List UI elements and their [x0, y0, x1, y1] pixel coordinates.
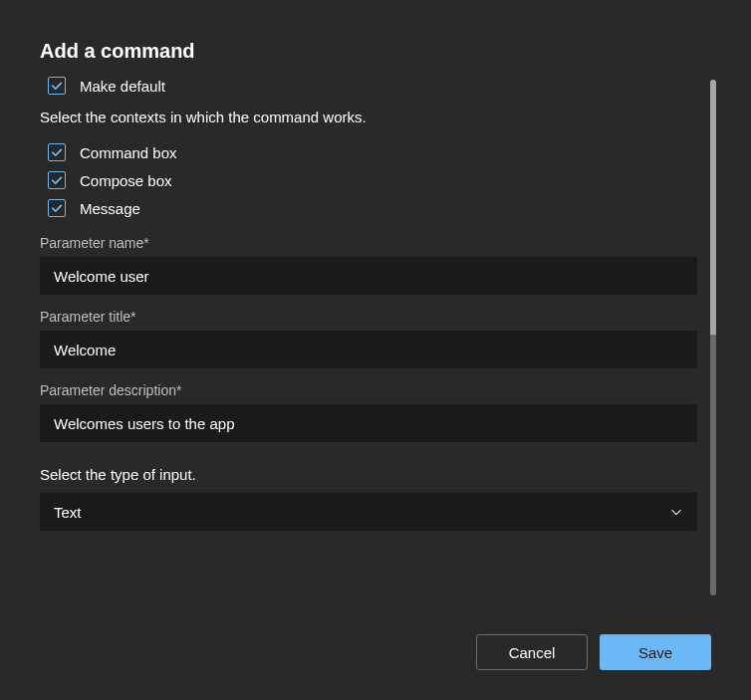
input-type-value: Text [54, 504, 82, 521]
param-title-input[interactable] [40, 331, 697, 368]
context-label: Command box [80, 144, 177, 161]
save-button[interactable]: Save [600, 634, 711, 670]
param-name-input[interactable] [40, 257, 697, 295]
input-type-select[interactable]: Text [40, 493, 697, 531]
make-default-row: Make default [48, 77, 711, 95]
context-compose-box-row: Compose box [48, 171, 711, 189]
context-label: Message [80, 200, 140, 217]
check-icon [50, 145, 64, 159]
context-compose-box-checkbox[interactable] [48, 171, 66, 189]
context-label: Compose box [80, 172, 172, 189]
check-icon [50, 79, 64, 93]
scrollbar-thumb[interactable] [710, 80, 716, 337]
check-icon [50, 173, 64, 187]
scrollbar-track[interactable] [710, 335, 716, 595]
param-title-label: Parameter title* [40, 309, 711, 325]
context-message-row: Message [48, 199, 711, 217]
context-message-checkbox[interactable] [48, 199, 66, 217]
check-icon [50, 201, 64, 215]
dialog-buttons: Cancel Save [476, 634, 711, 670]
chevron-down-icon [669, 505, 683, 519]
context-command-box-checkbox[interactable] [48, 143, 66, 161]
contexts-help-text: Select the contexts in which the command… [40, 109, 711, 125]
param-name-label: Parameter name* [40, 235, 711, 251]
dialog-title: Add a command [40, 40, 711, 63]
context-command-box-row: Command box [48, 143, 711, 161]
param-desc-input[interactable] [40, 404, 697, 442]
param-desc-label: Parameter description* [40, 382, 711, 398]
make-default-checkbox[interactable] [48, 77, 66, 95]
make-default-label: Make default [80, 78, 165, 95]
cancel-button[interactable]: Cancel [476, 634, 588, 670]
contexts-group: Command box Compose box Message [40, 143, 711, 217]
input-type-label: Select the type of input. [40, 466, 711, 483]
